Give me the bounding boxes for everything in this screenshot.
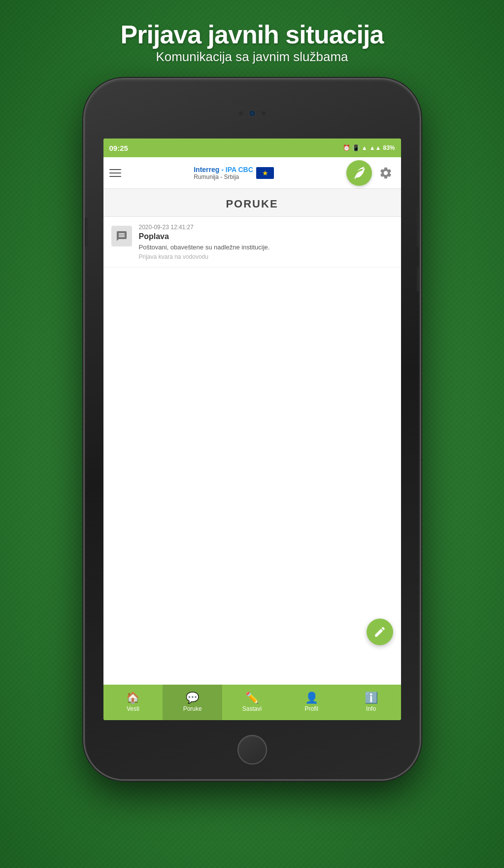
nav-label-profil: Profil bbox=[305, 705, 318, 712]
message-category: Prijava kvara na vodovodu bbox=[139, 253, 393, 260]
message-preview: Poštovani, obaveštene su nadležne instit… bbox=[139, 243, 393, 252]
chat-nav-icon: 💬 bbox=[186, 693, 199, 703]
front-camera bbox=[249, 110, 256, 117]
eu-stars: ★ bbox=[262, 169, 268, 177]
phone-device: 09:25 ⏰ 📳 ▲ ▲▲ 83% bbox=[85, 79, 420, 779]
phone-bottom-bezel bbox=[103, 720, 401, 779]
section-title: PORUKE bbox=[103, 189, 401, 217]
hamburger-line-1 bbox=[109, 169, 121, 170]
wifi-icon: ▲ bbox=[362, 144, 368, 151]
speaker bbox=[233, 101, 272, 105]
compose-fab-button[interactable] bbox=[367, 619, 393, 645]
chat-icon bbox=[116, 230, 128, 242]
status-time: 09:25 bbox=[109, 144, 128, 152]
message-body: 2020-09-23 12:41:27 Poplava Poštovani, o… bbox=[139, 224, 393, 260]
camera-button bbox=[417, 267, 420, 291]
sensor-dot-2 bbox=[262, 111, 266, 115]
nav-item-sastavi[interactable]: ✏️ Sastavi bbox=[222, 685, 282, 720]
app-header: Interreg - IPA CBC Rumunija - Srbija ★ bbox=[103, 157, 401, 189]
sensor-dot bbox=[239, 111, 243, 115]
message-list: 2020-09-23 12:41:27 Poplava Poštovani, o… bbox=[103, 217, 401, 685]
home-button[interactable] bbox=[237, 735, 267, 764]
status-bar: 09:25 ⏰ 📳 ▲ ▲▲ 83% bbox=[103, 139, 401, 157]
menu-button[interactable] bbox=[109, 169, 121, 177]
app-logo: Interreg - IPA CBC Rumunija - Srbija ★ bbox=[194, 166, 274, 180]
home-icon: 🏠 bbox=[126, 693, 139, 703]
nav-item-profil[interactable]: 👤 Profil bbox=[282, 685, 341, 720]
info-icon: ℹ️ bbox=[365, 693, 378, 703]
screen-inner: PORUKE 2020-09-23 12:41:27 Poplava Pošto… bbox=[103, 189, 401, 685]
nav-label-vesti: Vesti bbox=[127, 705, 139, 712]
nav-item-info[interactable]: ℹ️ Info bbox=[341, 685, 401, 720]
vibrate-icon: 📳 bbox=[352, 144, 360, 151]
message-title: Poplava bbox=[139, 232, 393, 241]
alarm-icon: ⏰ bbox=[343, 144, 350, 151]
page-header: Prijava javnih situacija Komunikacija sa… bbox=[121, 20, 384, 65]
sensors-row bbox=[239, 110, 266, 117]
pencil-icon bbox=[373, 625, 386, 638]
gear-icon bbox=[379, 166, 393, 180]
profile-icon: 👤 bbox=[305, 693, 318, 703]
nav-label-poruke: Poruke bbox=[183, 705, 202, 712]
eu-flag: ★ bbox=[256, 167, 274, 179]
page-title: Prijava javnih situacija bbox=[121, 20, 384, 49]
hamburger-line-3 bbox=[109, 176, 121, 177]
nav-label-info: Info bbox=[366, 705, 376, 712]
brand-fab-button[interactable] bbox=[346, 160, 372, 186]
phone-top-bezel bbox=[103, 79, 401, 139]
bottom-nav: 🏠 Vesti 💬 Poruke ✏️ Sastavi 👤 Profil ℹ️ … bbox=[103, 685, 401, 720]
logo-text: Interreg - IPA CBC Rumunija - Srbija bbox=[194, 166, 253, 180]
nav-label-sastavi: Sastavi bbox=[242, 705, 262, 712]
message-timestamp: 2020-09-23 12:41:27 bbox=[139, 224, 393, 231]
edit-icon: ✏️ bbox=[245, 693, 259, 703]
logo-interreg: Interreg - IPA CBC bbox=[194, 166, 253, 174]
status-icons: ⏰ 📳 ▲ ▲▲ 83% bbox=[343, 144, 395, 151]
message-bubble-icon bbox=[111, 226, 132, 246]
app-header-right bbox=[346, 160, 395, 186]
hamburger-line-2 bbox=[109, 173, 121, 174]
page-subtitle: Komunikacija sa javnim službama bbox=[121, 49, 384, 65]
signal-icon: ▲▲ bbox=[370, 144, 381, 151]
volume-button bbox=[85, 217, 88, 247]
settings-button[interactable] bbox=[377, 164, 395, 182]
message-item[interactable]: 2020-09-23 12:41:27 Poplava Poštovani, o… bbox=[103, 217, 401, 268]
nav-item-poruke[interactable]: 💬 Poruke bbox=[163, 685, 222, 720]
battery-indicator: 83% bbox=[383, 144, 395, 151]
logo-country: Rumunija - Srbija bbox=[194, 174, 253, 180]
leaf-icon bbox=[352, 166, 366, 180]
power-button bbox=[417, 208, 420, 247]
phone-screen: 09:25 ⏰ 📳 ▲ ▲▲ 83% bbox=[103, 139, 401, 720]
nav-item-vesti[interactable]: 🏠 Vesti bbox=[103, 685, 163, 720]
